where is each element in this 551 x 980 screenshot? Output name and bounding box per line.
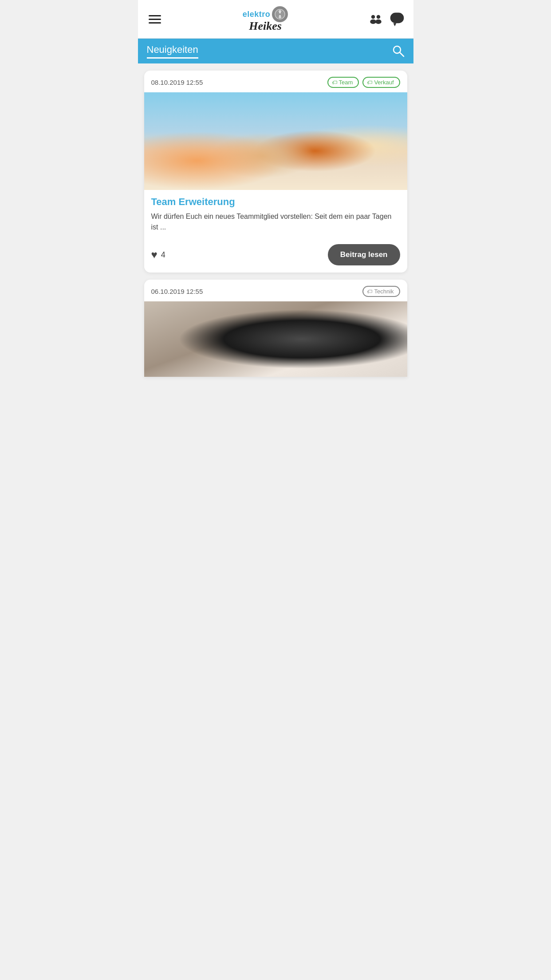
logo-name-text: Heikes [249, 20, 282, 32]
tag-team-label: Team [339, 79, 353, 86]
like-count-1: 4 [161, 250, 165, 260]
app-logo: elektro Heikes [243, 6, 288, 32]
card-header-2: 06.10.2019 12:55 🏷 Technik [144, 280, 407, 301]
tag-team-icon: 🏷 [332, 79, 337, 86]
people-button[interactable] [368, 12, 383, 27]
chat-button[interactable] [390, 12, 405, 27]
navigation-bar: Neuigkeiten [138, 39, 413, 63]
svg-point-4 [375, 20, 382, 24]
card-image-team-meeting [144, 92, 407, 190]
svg-rect-5 [390, 13, 404, 24]
news-card-2: 06.10.2019 12:55 🏷 Technik [144, 280, 407, 377]
tag-verkauf-label: Verkauf [374, 79, 394, 86]
like-section-1: ♥ 4 [151, 249, 165, 261]
card-title-1: Team Erweiterung [151, 196, 400, 208]
card-header-1: 08.10.2019 12:55 🏷 Team 🏷 Verkauf [144, 71, 407, 92]
card-image-phone [144, 301, 407, 377]
card-date-1: 08.10.2019 12:55 [151, 79, 203, 86]
tag-technik-label: Technik [374, 288, 394, 295]
card-body-1: Team Erweiterung Wir dürfen Euch ein neu… [144, 190, 407, 239]
nav-title: Neuigkeiten [147, 44, 198, 59]
card-tags-1: 🏷 Team 🏷 Verkauf [327, 77, 400, 88]
card-excerpt-1: Wir dürfen Euch ein neues Teammitglied v… [151, 211, 400, 233]
svg-line-8 [400, 52, 404, 56]
svg-point-1 [371, 15, 375, 19]
tag-technik[interactable]: 🏷 Technik [362, 286, 400, 297]
read-button-1[interactable]: Beitrag lesen [328, 244, 400, 265]
news-feed: 08.10.2019 12:55 🏷 Team 🏷 Verkauf Team E… [138, 63, 413, 384]
card-footer-1: ♥ 4 Beitrag lesen [144, 239, 407, 273]
tag-verkauf[interactable]: 🏷 Verkauf [362, 77, 400, 88]
news-card-1: 08.10.2019 12:55 🏷 Team 🏷 Verkauf Team E… [144, 71, 407, 273]
tag-technik-icon: 🏷 [367, 288, 372, 295]
card-date-2: 06.10.2019 12:55 [151, 288, 203, 295]
like-button-1[interactable]: ♥ [151, 249, 157, 261]
menu-button[interactable] [147, 13, 163, 25]
card-tags-2: 🏷 Technik [362, 286, 400, 297]
logo-elektro-text: elektro [243, 10, 271, 18]
header-actions [368, 12, 405, 27]
tag-verkauf-icon: 🏷 [367, 79, 372, 86]
search-button[interactable] [392, 45, 405, 57]
app-header: elektro Heikes [138, 0, 413, 39]
svg-marker-6 [393, 23, 396, 26]
svg-point-3 [376, 15, 380, 19]
svg-point-2 [370, 20, 376, 24]
tag-team[interactable]: 🏷 Team [327, 77, 359, 88]
